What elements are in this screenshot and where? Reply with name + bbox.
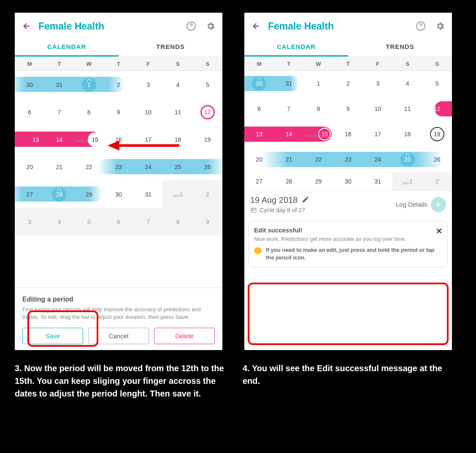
dow-s: S xyxy=(163,57,192,70)
edit-panel-title: Editing a period xyxy=(22,296,215,303)
cal-cell[interactable]: 5 xyxy=(193,71,222,98)
period-start-marker[interactable]: 12 xyxy=(200,105,215,119)
tabs: CALENDAR TRENDS xyxy=(244,38,452,57)
tabs: CALENDAR TRENDS xyxy=(15,38,222,57)
cal-cell[interactable]: 9 xyxy=(333,96,363,121)
calendar-small-icon xyxy=(250,207,257,213)
cal-cell[interactable]: 4 xyxy=(44,208,74,235)
cancel-button[interactable]: Cancel xyxy=(88,328,149,344)
edit-buttons: Save Cancel Delete xyxy=(22,328,215,344)
ovulation-icon: 25 xyxy=(400,152,415,167)
cal-cell[interactable]: 2 xyxy=(193,181,222,208)
app-header: Female Health xyxy=(15,13,222,38)
help-icon[interactable] xyxy=(185,20,197,32)
calendar-grid[interactable]: 30 31 1 2 3 4 5 6 7 8 9 10 11 12 TODAY13… xyxy=(15,71,222,235)
cal-cell[interactable]: 18 xyxy=(163,126,192,153)
cal-cell[interactable]: 3 xyxy=(133,71,163,98)
cal-cell[interactable]: 10 xyxy=(363,96,392,121)
cal-cell[interactable]: 4 xyxy=(163,71,192,98)
ovulation-icon: 1 xyxy=(82,78,96,92)
tab-calendar[interactable]: CALENDAR xyxy=(15,38,119,57)
cal-cell[interactable]: TODAY15 xyxy=(74,126,104,153)
cal-cell[interactable]: 7 xyxy=(274,96,303,121)
cal-cell[interactable]: 19 xyxy=(193,126,222,153)
cal-cell[interactable]: 21 xyxy=(44,153,74,181)
cal-cell[interactable]: 5 xyxy=(422,71,452,96)
gear-icon[interactable] xyxy=(205,20,216,32)
cal-cell[interactable]: 18 xyxy=(392,121,422,147)
help-icon[interactable] xyxy=(415,20,427,32)
back-icon[interactable] xyxy=(21,20,32,32)
cal-cell[interactable]: 8 xyxy=(163,208,192,235)
delete-button[interactable]: Delete xyxy=(154,328,215,344)
cal-cell[interactable]: 11 xyxy=(392,96,422,121)
cal-cell[interactable]: 12 xyxy=(193,98,222,126)
cal-cell[interactable]: 5 xyxy=(74,208,104,235)
cal-cell[interactable]: 3 xyxy=(15,208,44,235)
dow-s2: S xyxy=(193,57,222,70)
cal-cell[interactable]: 11 xyxy=(163,98,192,126)
tab-calendar[interactable]: CALENDAR xyxy=(244,38,348,57)
weekday-header: M T W T F S S xyxy=(244,57,452,71)
dow-w: W xyxy=(304,57,333,70)
cal-cell[interactable]: 4 xyxy=(392,71,422,96)
dow-m: M xyxy=(15,57,44,70)
cal-cell[interactable]: 6 xyxy=(15,98,44,126)
cal-cell[interactable]: 31 xyxy=(363,172,392,191)
cal-cell[interactable]: 3 xyxy=(363,71,392,96)
cal-cell[interactable]: 7 xyxy=(44,98,74,126)
period-end-marker[interactable]: 15 xyxy=(318,128,331,140)
cal-cell[interactable]: SEP1 xyxy=(392,172,422,191)
ovulation-icon: 28 xyxy=(52,187,66,202)
add-log-button[interactable] xyxy=(431,197,446,212)
toast-body: Nice work. Predictions get more accurate… xyxy=(254,235,406,243)
selected-day-marker[interactable]: 19 xyxy=(430,127,444,141)
cal-cell[interactable]: 20 xyxy=(15,153,44,181)
pencil-icon[interactable] xyxy=(302,196,309,205)
cal-cell[interactable]: 30 xyxy=(104,181,133,208)
cal-cell[interactable]: 31 xyxy=(133,181,163,208)
cal-cell[interactable]: 27 xyxy=(244,172,274,191)
cal-cell[interactable]: 28 xyxy=(274,172,303,191)
cal-cell[interactable]: 17 xyxy=(133,126,163,153)
tab-trends[interactable]: TRENDS xyxy=(119,38,222,57)
cal-cell[interactable]: 1 xyxy=(304,71,333,96)
cal-cell[interactable]: 29 xyxy=(304,172,333,191)
save-button[interactable]: Save xyxy=(22,328,83,344)
close-icon[interactable]: ✕ xyxy=(436,227,442,236)
cal-cell[interactable]: 6 xyxy=(104,208,133,235)
cal-cell[interactable]: SEP1 xyxy=(163,181,192,208)
cal-cell[interactable]: 7 xyxy=(133,208,163,235)
weekday-header: M T W T F S S xyxy=(15,57,222,71)
toast-title: Edit successful! xyxy=(254,227,406,234)
cal-cell[interactable]: 16 xyxy=(104,126,133,153)
gear-icon[interactable] xyxy=(434,20,446,32)
tab-trends[interactable]: TRENDS xyxy=(348,38,452,57)
dow-t: T xyxy=(44,57,74,70)
cal-cell[interactable]: 9 xyxy=(104,98,133,126)
dow-f: F xyxy=(363,57,392,70)
calendar-grid[interactable]: 30 31 1 2 3 4 5 6 7 8 9 10 11 12 13 14 T… xyxy=(244,71,452,191)
lightbulb-icon xyxy=(254,247,262,255)
caption-step4: 4. You will see the Edit successful mess… xyxy=(243,362,454,400)
cal-cell[interactable]: 10 xyxy=(133,98,163,126)
cal-cell[interactable]: 2 xyxy=(333,71,363,96)
dow-f: F xyxy=(133,57,163,70)
cal-cell[interactable]: TODAY15 xyxy=(304,121,333,147)
edit-panel: Editing a period Fine tuning your period… xyxy=(15,288,222,350)
ovulation-icon: 30 xyxy=(252,76,266,91)
cal-cell[interactable]: 30 xyxy=(333,172,363,191)
drag-handle[interactable]: 15 xyxy=(88,132,102,147)
svg-rect-7 xyxy=(253,210,254,211)
page-title: Female Health xyxy=(38,21,178,32)
cal-cell[interactable]: 2 xyxy=(422,172,452,191)
cal-cell[interactable]: 17 xyxy=(363,121,392,147)
cal-cell[interactable]: 8 xyxy=(74,98,104,126)
cal-cell[interactable]: 9 xyxy=(193,208,222,235)
cal-cell[interactable]: 8 xyxy=(304,96,333,121)
cal-cell[interactable]: 19 xyxy=(422,121,452,147)
dow-t: T xyxy=(274,57,303,70)
cal-cell[interactable]: 6 xyxy=(244,96,274,121)
cal-cell[interactable]: 16 xyxy=(333,121,363,147)
back-icon[interactable] xyxy=(250,20,262,32)
